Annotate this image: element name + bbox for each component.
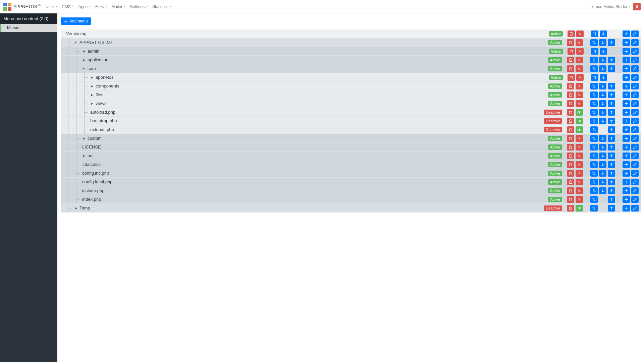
tree-row[interactable]: ▶componentsActive xyxy=(61,82,641,90)
trash-button[interactable] xyxy=(567,205,574,212)
trash-button[interactable] xyxy=(567,196,574,203)
up-button[interactable] xyxy=(608,57,615,63)
link-button[interactable] xyxy=(576,92,583,98)
up-button[interactable] xyxy=(608,65,615,72)
tree-row[interactable]: VersioningActive xyxy=(61,29,641,38)
trash-button[interactable] xyxy=(567,92,574,98)
tree-row[interactable]: index.phpActive xyxy=(61,195,641,204)
plus-button[interactable] xyxy=(623,65,630,72)
nav-item-files[interactable]: Files ▼ xyxy=(95,4,107,9)
plus-button[interactable] xyxy=(623,118,630,124)
link-button[interactable] xyxy=(576,57,583,63)
trash-button[interactable] xyxy=(568,48,575,55)
up-button[interactable] xyxy=(608,92,615,98)
tree-row[interactable]: ▶outActive xyxy=(61,152,641,160)
edit-button[interactable] xyxy=(631,118,639,124)
plus-button[interactable] xyxy=(623,161,630,168)
tree-row[interactable]: ▶TempDeactive xyxy=(61,204,641,213)
user-menu[interactable]: xtrose Media Studio▼ xyxy=(591,4,631,9)
plus-button[interactable] xyxy=(623,92,630,98)
link-button[interactable] xyxy=(576,153,583,159)
up-button[interactable] xyxy=(608,187,615,194)
up-button[interactable] xyxy=(608,144,615,150)
sort-button[interactable] xyxy=(590,205,598,212)
sort-button[interactable] xyxy=(590,57,598,63)
edit-button[interactable] xyxy=(631,74,639,81)
brand-logo[interactable]: APPNETOS ® xyxy=(3,3,41,11)
down-button[interactable] xyxy=(599,92,606,98)
edit-button[interactable] xyxy=(631,92,639,98)
edit-button[interactable] xyxy=(631,179,639,185)
plus-button[interactable] xyxy=(623,57,630,63)
trash-button[interactable] xyxy=(567,57,574,63)
edit-button[interactable] xyxy=(631,205,639,212)
tree-row[interactable]: ▶filesActive xyxy=(61,90,641,99)
edit-button[interactable] xyxy=(631,65,639,72)
down-button[interactable] xyxy=(599,144,606,150)
down-button[interactable] xyxy=(599,100,606,107)
sort-button[interactable] xyxy=(590,109,598,116)
up-button[interactable] xyxy=(608,109,615,116)
down-button[interactable] xyxy=(599,135,606,142)
tree-row[interactable]: LICENSEActive xyxy=(61,143,641,152)
sort-button[interactable] xyxy=(590,196,598,203)
trash-button[interactable] xyxy=(568,74,575,81)
plus-button[interactable] xyxy=(623,100,630,107)
trash-button[interactable] xyxy=(567,161,574,168)
edit-button[interactable] xyxy=(631,48,639,55)
sort-button[interactable] xyxy=(590,118,598,124)
trash-button[interactable] xyxy=(567,153,574,159)
edit-button[interactable] xyxy=(631,109,639,116)
sort-button[interactable] xyxy=(590,65,598,72)
eye-button[interactable] xyxy=(576,205,583,212)
edit-button[interactable] xyxy=(631,161,639,168)
edit-button[interactable] xyxy=(631,135,639,142)
tree-row[interactable]: ▶appnetosActive xyxy=(61,73,641,82)
up-button[interactable] xyxy=(608,196,615,203)
up-button[interactable] xyxy=(608,179,615,185)
edit-button[interactable] xyxy=(631,144,639,150)
up-button[interactable] xyxy=(608,135,615,142)
link-button[interactable] xyxy=(576,135,583,142)
trash-button[interactable] xyxy=(567,118,574,124)
plus-button[interactable] xyxy=(623,39,630,46)
up-button[interactable] xyxy=(608,126,615,133)
tree-row[interactable]: .htaccessActive xyxy=(61,160,641,169)
link-button[interactable] xyxy=(576,31,584,37)
down-button[interactable] xyxy=(599,170,606,177)
plus-button[interactable] xyxy=(623,31,630,37)
sort-button[interactable] xyxy=(590,153,598,159)
trash-button[interactable] xyxy=(567,100,574,107)
nav-item-settings[interactable]: Settings ▼ xyxy=(130,4,148,9)
plus-button[interactable] xyxy=(623,109,630,116)
down-button[interactable] xyxy=(599,179,606,185)
down-button[interactable] xyxy=(599,57,606,63)
trash-button[interactable] xyxy=(567,65,574,72)
link-button[interactable] xyxy=(576,187,583,194)
tree-row[interactable]: bootstrap.phpDeactive xyxy=(61,117,641,125)
trash-button[interactable] xyxy=(567,109,574,116)
trash-button[interactable] xyxy=(567,144,574,150)
link-button[interactable] xyxy=(576,83,583,89)
trash-button[interactable] xyxy=(567,135,574,142)
link-button[interactable] xyxy=(576,100,583,107)
nav-item-apps[interactable]: Apps ▼ xyxy=(78,4,91,9)
eye-button[interactable] xyxy=(576,126,583,133)
sort-button[interactable] xyxy=(590,39,598,46)
tree-row[interactable]: ▶adminActive xyxy=(61,47,641,56)
down-button[interactable] xyxy=(600,74,607,81)
plus-button[interactable] xyxy=(623,205,630,212)
sort-button[interactable] xyxy=(590,170,598,177)
trash-button[interactable] xyxy=(567,39,574,46)
plus-button[interactable] xyxy=(623,48,630,55)
edit-button[interactable] xyxy=(631,153,639,159)
link-button[interactable] xyxy=(576,48,584,55)
trash-button[interactable] xyxy=(567,179,574,185)
trash-button[interactable] xyxy=(567,126,574,133)
plus-button[interactable] xyxy=(623,187,630,194)
sort-button[interactable] xyxy=(590,100,598,107)
sort-button[interactable] xyxy=(590,83,598,89)
link-button[interactable] xyxy=(576,65,583,72)
down-button[interactable] xyxy=(599,187,606,194)
edit-button[interactable] xyxy=(631,83,639,89)
